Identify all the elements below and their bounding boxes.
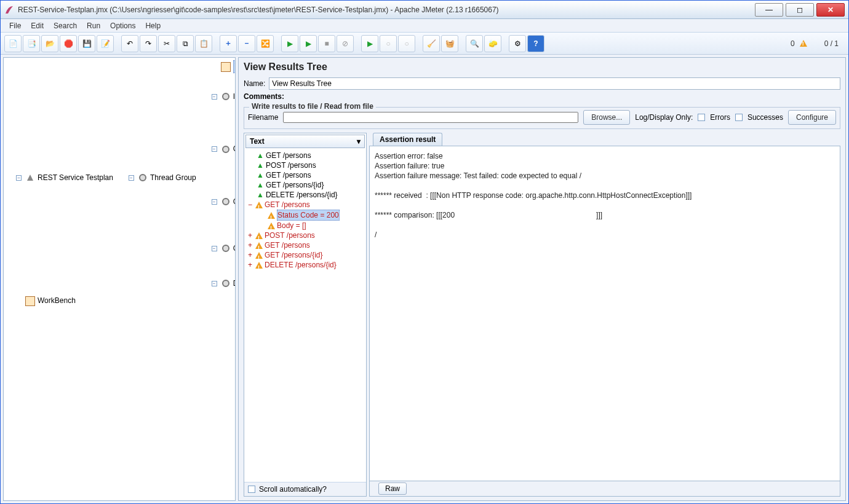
start-icon[interactable]: ▶ bbox=[281, 35, 298, 52]
tree-view-results[interactable]: View Results Tree bbox=[210, 60, 236, 73]
menu-options[interactable]: Options bbox=[106, 20, 139, 31]
tree-create[interactable]: −Create bbox=[210, 143, 236, 155]
tree-get-after[interactable]: −Get after create bbox=[210, 243, 236, 254]
name-label: Name: bbox=[244, 79, 265, 88]
warn-icon bbox=[255, 242, 263, 249]
test-plan-tree[interactable]: −REST Service Testplan −Thread Group Vie… bbox=[3, 57, 236, 501]
panel-title: View Results Tree bbox=[244, 61, 840, 73]
warn-icon bbox=[268, 222, 275, 229]
open-icon[interactable]: 📂 bbox=[41, 35, 58, 52]
file-groupbox: Write results to file / Read from file F… bbox=[244, 107, 840, 129]
warn-icon bbox=[255, 232, 263, 239]
menu-bar: File Edit Search Run Options Help bbox=[1, 19, 848, 33]
shutdown-icon[interactable]: ⊘ bbox=[337, 35, 354, 52]
remote-start-icon[interactable]: ▶ bbox=[361, 35, 378, 52]
name-input[interactable] bbox=[269, 77, 840, 90]
maximize-button[interactable]: ◻ bbox=[786, 3, 814, 17]
chevron-down-icon: ▾ bbox=[357, 137, 361, 146]
close-button[interactable]: ✕ bbox=[816, 3, 845, 17]
close-icon[interactable]: 🛑 bbox=[60, 35, 77, 52]
new-icon[interactable]: 📄 bbox=[4, 35, 22, 52]
result-row[interactable]: ▲ DELETE /persons/{id} bbox=[245, 190, 365, 200]
ok-icon: ▲ bbox=[257, 190, 264, 200]
tree-initial-get-all[interactable]: −Initial get all bbox=[210, 91, 236, 103]
reset-search-icon[interactable]: 🧽 bbox=[484, 35, 501, 52]
redo-icon[interactable]: ↷ bbox=[140, 35, 157, 52]
results-tree[interactable]: ▲ GET /persons▲ POST /persons▲ GET /pers… bbox=[244, 149, 366, 482]
result-row[interactable]: ▲ POST /persons bbox=[245, 160, 365, 170]
stop-icon[interactable]: ■ bbox=[318, 35, 335, 52]
clear-icon[interactable]: 🧹 bbox=[423, 35, 440, 52]
tab-assertion-result[interactable]: Assertion result bbox=[373, 133, 442, 146]
start-no-timer-icon[interactable]: ▶ bbox=[300, 35, 317, 52]
successes-checkbox[interactable] bbox=[735, 114, 743, 121]
scroll-auto-checkbox[interactable] bbox=[248, 486, 255, 493]
result-row[interactable]: ▲ GET /persons bbox=[245, 151, 365, 160]
collapse-icon[interactable]: － bbox=[238, 35, 255, 52]
status-right: 0 / 1 bbox=[824, 39, 839, 48]
status-left: 0 bbox=[791, 39, 795, 48]
result-row[interactable]: + POST /persons bbox=[245, 230, 365, 240]
toolbar-status: 0 0 / 1 bbox=[791, 39, 845, 48]
menu-search[interactable]: Search bbox=[50, 20, 81, 31]
flask-icon bbox=[27, 175, 33, 181]
remote-shutdown-icon[interactable]: ○ bbox=[398, 35, 415, 52]
undo-icon[interactable]: ↶ bbox=[121, 35, 138, 52]
gear-icon bbox=[222, 245, 229, 252]
result-row[interactable]: Body = [] bbox=[245, 221, 365, 230]
result-row[interactable]: ▲ GET /persons/{id} bbox=[245, 180, 365, 190]
result-row[interactable]: + DELETE /persons/{id} bbox=[245, 260, 365, 270]
function-helper-icon[interactable]: ⚙ bbox=[509, 35, 526, 52]
gear-icon bbox=[222, 146, 229, 153]
copy-icon[interactable]: ⧉ bbox=[177, 35, 194, 52]
raw-button[interactable]: Raw bbox=[378, 482, 407, 495]
main-body: −REST Service Testplan −Thread Group Vie… bbox=[1, 55, 848, 503]
expand-icon[interactable]: ＋ bbox=[220, 35, 237, 52]
renderer-dropdown[interactable]: Text▾ bbox=[245, 135, 365, 148]
result-row[interactable]: Status Code = 200 bbox=[245, 210, 365, 221]
remote-stop-icon[interactable]: ○ bbox=[380, 35, 397, 52]
templates-icon[interactable]: 📑 bbox=[23, 35, 40, 52]
toggle-icon[interactable]: 🔀 bbox=[257, 35, 274, 52]
tree-workbench[interactable]: WorkBench bbox=[15, 295, 77, 307]
assertion-detail[interactable]: Assertion error: false Assertion failure… bbox=[369, 146, 840, 481]
toolbar: 📄 📑 📂 🛑 💾 📝 ↶ ↷ ✂ ⧉ 📋 ＋ － 🔀 ▶ ▶ ■ ⊘ ▶ ○ … bbox=[1, 33, 848, 55]
save-as-icon[interactable]: 📝 bbox=[97, 35, 114, 52]
window-title: REST-Service-Testplan.jmx (C:\Users\ngri… bbox=[18, 6, 755, 14]
clipboard-icon bbox=[221, 62, 231, 72]
warn-icon bbox=[255, 202, 263, 208]
results-area: Text▾ ▲ GET /persons▲ POST /persons▲ GET… bbox=[244, 133, 840, 497]
title-bar: REST-Service-Testplan.jmx (C:\Users\ngri… bbox=[1, 1, 848, 19]
find-icon[interactable]: 🔍 bbox=[466, 35, 483, 52]
minimize-button[interactable]: — bbox=[755, 3, 783, 17]
tree-delete[interactable]: −Delete bbox=[210, 278, 236, 289]
tree-thread-group[interactable]: −Thread Group bbox=[127, 172, 197, 184]
filename-input[interactable] bbox=[283, 112, 578, 123]
menu-file[interactable]: File bbox=[6, 20, 25, 31]
menu-edit[interactable]: Edit bbox=[27, 20, 47, 31]
gear-icon bbox=[139, 174, 146, 181]
errors-checkbox[interactable] bbox=[698, 114, 705, 121]
ok-icon: ▲ bbox=[257, 180, 264, 190]
errors-label: Errors bbox=[710, 113, 730, 122]
tree-get-all-after[interactable]: −Get all after create bbox=[210, 196, 236, 208]
paste-icon[interactable]: 📋 bbox=[195, 35, 212, 52]
result-row[interactable]: + GET /persons/{id} bbox=[245, 250, 365, 260]
result-row[interactable]: − GET /persons bbox=[245, 200, 365, 210]
tree-testplan[interactable]: −REST Service Testplan bbox=[15, 172, 114, 184]
configure-button[interactable]: Configure bbox=[788, 110, 836, 125]
menu-help[interactable]: Help bbox=[142, 20, 164, 31]
save-icon[interactable]: 💾 bbox=[78, 35, 95, 52]
result-row[interactable]: + GET /persons bbox=[245, 240, 365, 250]
result-row[interactable]: ▲ GET /persons bbox=[245, 170, 365, 180]
ok-icon: ▲ bbox=[257, 160, 264, 170]
help-icon[interactable]: ? bbox=[527, 35, 544, 52]
clear-all-icon[interactable]: 🧺 bbox=[441, 35, 458, 52]
results-right: Assertion result Assertion error: false … bbox=[369, 133, 840, 497]
results-left: Text▾ ▲ GET /persons▲ POST /persons▲ GET… bbox=[244, 133, 367, 497]
menu-run[interactable]: Run bbox=[83, 20, 104, 31]
ok-icon: ▲ bbox=[257, 151, 264, 160]
cut-icon[interactable]: ✂ bbox=[158, 35, 175, 52]
browse-button[interactable]: Browse... bbox=[583, 110, 630, 125]
groupbox-legend: Write results to file / Read from file bbox=[249, 102, 376, 111]
